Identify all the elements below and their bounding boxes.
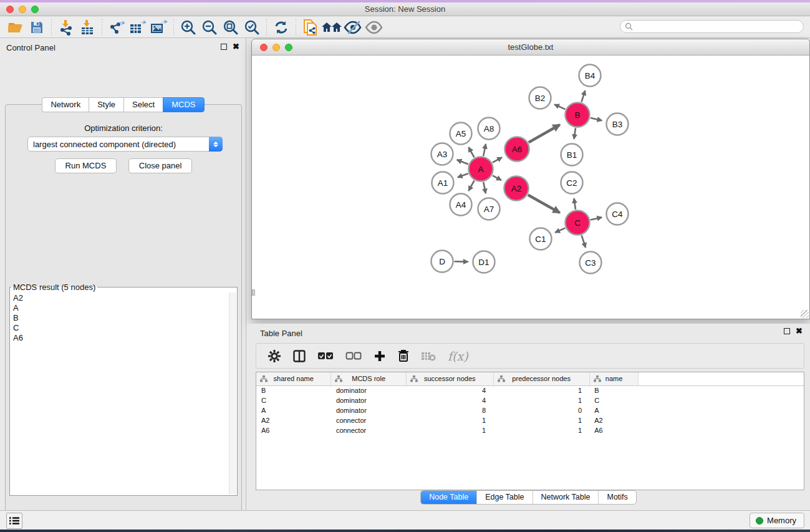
table-cell[interactable]: A2 (589, 415, 639, 425)
criterion-select[interactable]: largest connected component (directed) (27, 137, 223, 152)
table-cell[interactable]: A6 (589, 425, 639, 435)
mcds-list-scrollbar[interactable] (229, 293, 236, 495)
refresh-icon[interactable] (271, 18, 292, 37)
graph-node-A[interactable]: A (469, 157, 493, 181)
window-resize-grip[interactable] (801, 310, 809, 318)
split-view-icon[interactable] (293, 347, 306, 365)
table-cell[interactable]: 1 (493, 385, 589, 395)
table-options-gear-icon[interactable] (268, 347, 281, 365)
table-cell[interactable]: B (256, 385, 331, 395)
graph-node-A8[interactable]: A8 (478, 118, 500, 140)
float-panel-icon[interactable] (221, 44, 227, 50)
delete-column-icon[interactable] (398, 347, 409, 365)
first-neighbors-icon[interactable] (321, 18, 342, 37)
graph-edge-B-B2[interactable] (554, 104, 565, 109)
column-header-successor-nodes[interactable]: successor nodes (406, 372, 493, 385)
graph-edge-C-C2[interactable] (574, 198, 576, 209)
table-cell[interactable]: dominator (331, 405, 407, 415)
graph-edge-B-B1[interactable] (574, 128, 576, 138)
graph-node-A6[interactable]: A6 (505, 137, 529, 162)
graph-edge-A-A8[interactable] (483, 144, 486, 156)
column-header-shared-name[interactable]: shared name (256, 372, 331, 385)
graph-node-A2[interactable]: A2 (504, 177, 529, 201)
graph-node-C[interactable]: C (566, 211, 590, 235)
graph-node-D[interactable]: D (432, 251, 453, 273)
graph-node-B1[interactable]: B1 (561, 144, 583, 166)
table-cell[interactable]: 4 (406, 385, 493, 395)
table-tab-motifs[interactable]: Motifs (599, 491, 635, 504)
search-input[interactable] (636, 22, 803, 31)
graph-node-D1[interactable]: D1 (473, 251, 495, 273)
task-history-button[interactable] (6, 513, 22, 529)
table-tab-edge-table[interactable]: Edge Table (477, 491, 533, 504)
table-cell[interactable]: A (256, 405, 331, 415)
panel-grip[interactable] (252, 289, 255, 296)
zoom-in-icon[interactable] (178, 18, 199, 37)
table-cell[interactable]: C (256, 395, 331, 405)
table-cell[interactable]: connector (331, 425, 407, 435)
control-tab-style[interactable]: Style (89, 97, 123, 112)
delete-table-icon[interactable] (421, 347, 436, 365)
network-canvas[interactable]: AA1A2A3A4A5A6A7A8BB1B2B3B4CC1C2C3C4DD1 (252, 56, 809, 319)
table-cell[interactable]: connector (331, 415, 407, 425)
duplicate-network-icon[interactable] (300, 18, 321, 37)
column-header-predecessor-nodes[interactable]: predecessor nodes (493, 372, 589, 385)
graph-edge-C-C1[interactable] (555, 228, 565, 233)
show-all-icon[interactable] (364, 18, 385, 37)
mcds-result-list[interactable]: A2ABCA6 (11, 293, 228, 494)
table-cell[interactable]: A6 (256, 425, 331, 435)
table-cell[interactable]: 1 (406, 415, 493, 425)
zoom-out-icon[interactable] (199, 18, 220, 37)
column-header-MCDS-role[interactable]: MCDS role (331, 372, 407, 385)
table-row[interactable]: Cdominator41C (256, 395, 804, 405)
control-tab-select[interactable]: Select (123, 97, 163, 112)
graph-edge-A-A4[interactable] (468, 181, 474, 191)
hide-selected-icon[interactable] (342, 18, 364, 37)
graph-edge-A-A3[interactable] (457, 160, 468, 164)
table-cell[interactable]: 0 (493, 405, 589, 415)
table-tab-node-table[interactable]: Node Table (421, 491, 477, 504)
graph-edge-A2-C[interactable] (528, 195, 560, 213)
graph-node-C1[interactable]: C1 (530, 228, 552, 250)
table-cell[interactable]: B (589, 385, 639, 395)
table-close-panel-icon[interactable]: ✖ (796, 327, 803, 335)
graph-node-A7[interactable]: A7 (478, 198, 500, 220)
table-cell[interactable]: 1 (493, 395, 589, 405)
table-cell[interactable]: 4 (406, 395, 493, 405)
table-row[interactable]: Adominator80A (256, 405, 804, 415)
table-cell[interactable]: dominator (331, 385, 407, 395)
table-float-panel-icon[interactable] (784, 328, 790, 334)
table-cell[interactable]: C (589, 395, 639, 405)
graph-node-C3[interactable]: C3 (580, 252, 602, 274)
import-table-icon[interactable] (77, 18, 98, 37)
table-row[interactable]: A6connector11A6 (256, 425, 804, 435)
graph-edge-A-A6[interactable] (493, 157, 502, 162)
export-table-icon[interactable] (127, 18, 148, 37)
table-tab-network-table[interactable]: Network Table (533, 491, 599, 504)
import-network-icon[interactable] (55, 18, 77, 37)
table-cell[interactable]: 1 (493, 425, 589, 435)
run-mcds-button[interactable]: Run MCDS (55, 158, 117, 173)
graph-edge-B-B4[interactable] (582, 90, 586, 102)
graph-node-B3[interactable]: B3 (607, 114, 629, 135)
select-all-columns-icon[interactable] (317, 347, 334, 365)
function-builder-icon[interactable]: f(x) (448, 347, 468, 365)
graph-node-A3[interactable]: A3 (432, 143, 453, 165)
graph-edge-B-B3[interactable] (591, 118, 602, 120)
graph-node-A1[interactable]: A1 (432, 172, 454, 194)
table-row[interactable]: Bdominator41B (256, 385, 804, 395)
graph-node-B4[interactable]: B4 (579, 65, 601, 87)
close-panel-icon[interactable]: ✖ (233, 42, 239, 51)
zoom-fit-icon[interactable] (220, 18, 241, 37)
graph-edge-A-A2[interactable] (493, 175, 501, 180)
add-column-icon[interactable] (374, 347, 386, 365)
graph-node-C4[interactable]: C4 (607, 203, 629, 225)
save-session-icon[interactable] (26, 18, 47, 37)
graph-node-C2[interactable]: C2 (561, 172, 583, 194)
graph-edge-A-A7[interactable] (483, 182, 486, 193)
table-row[interactable]: A2connector11A2 (256, 415, 804, 425)
search-field[interactable] (620, 20, 804, 33)
graph-edge-C-C3[interactable] (582, 235, 586, 247)
graph-edge-A-A1[interactable] (458, 173, 468, 177)
open-session-icon[interactable] (5, 18, 26, 37)
